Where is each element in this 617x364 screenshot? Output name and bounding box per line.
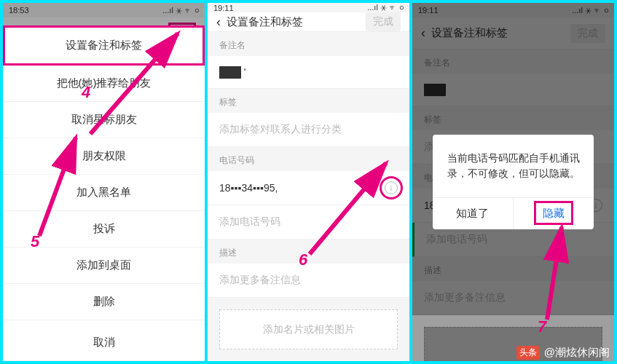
status-bar: 19:11 ...ıl ⚹ ᯤ ▢ [208,3,409,12]
remark-input[interactable]: ███ ' [208,56,409,89]
label-remark: 备注名 [208,32,409,56]
step-7: 7 [538,317,546,336]
back-icon[interactable]: ‹ [216,15,221,30]
sheet-delete[interactable]: 删除 [3,284,205,320]
info-icon[interactable]: i [385,181,398,194]
phone-value: 18▪▪▪34▪▪▪95, [219,182,278,194]
dialog-message: 当前电话号码匹配自手机通讯录，不可修改，但可以隐藏。 [433,135,594,197]
add-phone[interactable]: 添加电话号码 [208,205,409,240]
phone-screen-3: 19:11 ...ıl ⚹ ᯤ ▢ ‹ 设置备注和标签 完成 备注名 ███ 标… [412,3,614,361]
watermark: 头条 @潮炫休闲阁 [516,346,610,360]
sheet-add-desktop[interactable]: 添加到桌面 [3,248,205,284]
tag-input[interactable]: 添加标签对联系人进行分类 [208,113,409,147]
label-desc: 描述 [208,240,409,264]
sheet-blacklist[interactable]: 加入黑名单 [3,175,205,211]
dialog-backdrop: 当前电话号码匹配自手机通讯录，不可修改，但可以隐藏。 知道了 隐藏 [412,3,614,361]
phone-row[interactable]: 18▪▪▪34▪▪▪95, i [208,171,409,205]
phone-screen-2: 19:11 ...ıl ⚹ ᯤ ▢ ‹ 设置备注和标签 完成 备注名 ███ '… [208,3,409,361]
label-tag: 标签 [208,89,409,113]
sheet-unstar[interactable]: 取消星标朋友 [3,102,205,138]
dialog-ok-button[interactable]: 知道了 [433,198,514,229]
label-phone: 电话号码 [208,147,409,171]
sheet-set-remark[interactable]: 设置备注和标签 [3,25,205,66]
sheet-recommend[interactable]: 把他(她)推荐给朋友 [3,66,205,102]
phone-screen-1: 18:53 ...ıl ⚹ ᯤ ▢ ‹ ••• 潮炫休闲阁 ★ 设置备注和标签 … [3,3,205,361]
action-sheet: 设置备注和标签 把他(她)推荐给朋友 取消星标朋友 朋友权限 加入黑名单 投诉 … [3,25,205,361]
sheet-cancel[interactable]: 取消 [3,325,205,361]
watermark-text: @潮炫休闲阁 [544,346,610,360]
header: ‹ 设置备注和标签 完成 [208,12,409,32]
done-button[interactable]: 完成 [366,12,401,31]
step-6: 6 [299,250,307,269]
dialog-hide-button[interactable]: 隐藏 [514,198,594,229]
card-upload[interactable]: 添加名片或相关图片 [219,309,398,349]
sheet-permission[interactable]: 朋友权限 [3,138,205,175]
step-4: 4 [82,83,90,102]
step-5: 5 [31,232,39,251]
desc-input[interactable]: 添加更多备注信息 [208,264,409,298]
header-title: 设置备注和标签 [227,15,366,29]
dialog: 当前电话号码匹配自手机通讯录，不可修改，但可以隐藏。 知道了 隐藏 [433,135,594,229]
status-time: 19:11 [213,4,234,12]
watermark-icon: 头条 [516,346,540,360]
status-icons: ...ıl ⚹ ᯤ ▢ [367,3,404,12]
